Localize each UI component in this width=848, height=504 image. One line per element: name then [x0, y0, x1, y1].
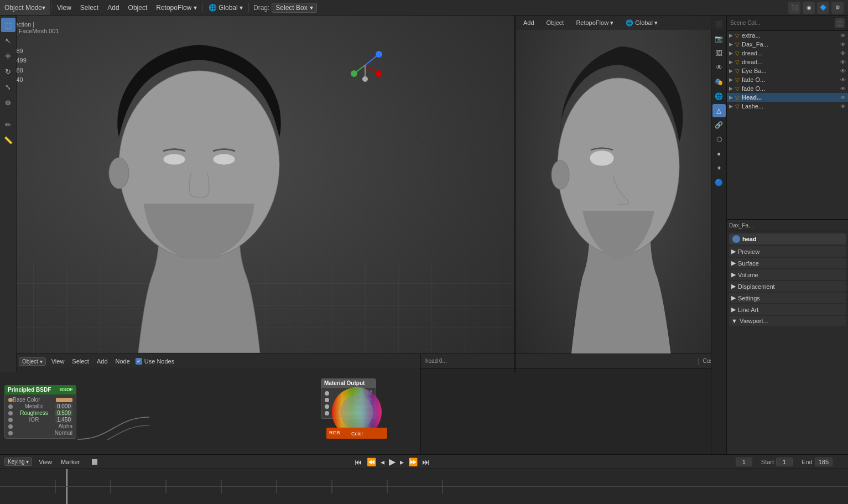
color-wheel-preview[interactable]: RGB Color — [326, 386, 387, 439]
prev-keyframe-btn[interactable]: ◂ — [379, 456, 386, 467]
tool-cursor[interactable]: ↖ — [1, 33, 15, 48]
menu-mode[interactable]: Object Mode ▾ — [0, 0, 50, 15]
viewport-icon-1[interactable]: ⬛ — [788, 2, 800, 14]
eye-icon-7[interactable]: 👁 — [840, 86, 846, 92]
eye-icon-9[interactable]: 👁 — [840, 103, 846, 110]
svg-point-3 — [213, 154, 235, 165]
timeline-body[interactable] — [0, 469, 848, 504]
rpr-sep: | — [698, 357, 699, 365]
displacement-section[interactable]: ▶ Displacement — [729, 281, 846, 292]
outliner-item-fade2[interactable]: ▶ ▽ fade O... 👁 — [727, 84, 848, 93]
principled-bsdf-node: Principled BSDF BSDF Base Color Metallic… — [4, 385, 76, 439]
ne-add[interactable]: Add — [95, 354, 110, 368]
viewport-icon-3[interactable]: 🔷 — [817, 2, 829, 14]
preview-section[interactable]: ▶ Preview — [729, 246, 846, 257]
settings-section[interactable]: ▶ Settings — [729, 293, 846, 303]
props-icon-world[interactable]: 🌐 — [712, 90, 726, 103]
eye-icon-2[interactable]: 👁 — [840, 41, 846, 48]
head-svg-right — [527, 34, 693, 355]
vpr-retopoflow[interactable]: RetopoFlow ▾ — [571, 15, 618, 30]
outliner-item-eyeba[interactable]: ▶ ▽ Eye Ba... 👁 — [727, 66, 848, 75]
use-nodes-checkbox[interactable]: ✓ — [136, 358, 142, 365]
props-icon-data[interactable]: ⬡ — [712, 133, 726, 146]
props-icon-scene2[interactable]: 🎭 — [712, 75, 726, 89]
surface-section[interactable]: ▶ Surface — [729, 258, 846, 268]
menu-view[interactable]: View — [53, 0, 76, 15]
outliner-item-fade1[interactable]: ▶ ▽ fade O... 👁 — [727, 75, 848, 84]
eye-icon-8[interactable]: 👁 — [840, 95, 846, 101]
volume-section[interactable]: ▶ Volume — [729, 269, 846, 280]
menu-retopoflow[interactable]: RetopoFlow ▾ — [152, 0, 201, 15]
timeline-marker[interactable]: Marker — [59, 455, 82, 469]
ne-view[interactable]: View — [49, 354, 67, 368]
goto-start-btn[interactable]: ⏮ — [353, 456, 363, 467]
expand-arrow: ▶ — [729, 33, 733, 38]
end-frame[interactable]: 185 — [815, 458, 833, 466]
props-icon-physics[interactable]: 🔵 — [712, 176, 726, 189]
timeline-controls: ⏮ ⏪ ◂ ▶ ▸ ⏩ ⏭ — [353, 455, 431, 468]
props-icon-constraint[interactable]: 🔗 — [712, 118, 726, 132]
eye-icon-3[interactable]: 👁 — [840, 50, 846, 56]
svg-text:Color: Color — [351, 431, 363, 437]
timeline-view[interactable]: View — [37, 455, 54, 469]
tool-scale[interactable]: ⤡ — [1, 80, 15, 94]
ne-select[interactable]: Select — [70, 354, 91, 368]
outliner-item-lashe[interactable]: ▶ ▽ Lashe... 👁 — [727, 102, 848, 111]
props-icon-view[interactable]: 👁 — [712, 61, 726, 74]
menu-object[interactable]: Object — [124, 0, 152, 15]
outliner-filter[interactable]: ⬚ — [835, 18, 845, 28]
play-btn[interactable]: ▶ — [388, 455, 397, 468]
props-icon-particle[interactable]: ✦ — [712, 162, 726, 175]
vpr-global[interactable]: 🌐 Global ▾ — [621, 15, 662, 30]
next-frame-btn[interactable]: ⏩ — [407, 456, 419, 467]
vpr-object[interactable]: Object — [542, 15, 569, 30]
drag-dropdown[interactable]: Select Box ▾ — [272, 3, 316, 13]
props-icon-render[interactable]: 📷 — [712, 32, 726, 45]
node-canvas[interactable]: Principled BSDF BSDF Base Color Metallic… — [0, 367, 420, 440]
current-frame[interactable]: 1 — [736, 458, 752, 466]
outliner-item-dread2[interactable]: ▶ ▽ dread... 👁 — [727, 58, 848, 66]
props-icon-material[interactable]: ● — [712, 147, 726, 160]
gizmo-overlay[interactable] — [343, 43, 387, 87]
right-props-region: head 0... | Custom — [420, 354, 726, 454]
outliner-item-daxfa[interactable]: ▶ ▽ Dax_Fa... 👁 — [727, 40, 848, 49]
eye-icon-5[interactable]: 👁 — [840, 68, 846, 74]
tool-annotate[interactable]: ✏ — [1, 117, 15, 132]
ne-node[interactable]: Node — [113, 354, 132, 368]
goto-end-btn[interactable]: ⏭ — [421, 456, 431, 467]
viewport-icon-4[interactable]: ⚙ — [831, 2, 844, 14]
outliner-item-dread1[interactable]: ▶ ▽ dread... 👁 — [727, 49, 848, 58]
vpr-add[interactable]: Add — [519, 15, 539, 30]
ne-object-btn[interactable]: Object ▾ — [19, 357, 46, 366]
tool-measure[interactable]: 📏 — [1, 133, 15, 147]
props-icon-output[interactable]: 🖼 — [712, 46, 726, 60]
menu-global[interactable]: 🌐 Global ▾ — [204, 0, 247, 15]
svg-point-12 — [362, 76, 368, 82]
tool-transform[interactable]: ⊕ — [1, 95, 15, 110]
timeline-playhead — [66, 469, 67, 504]
tool-select[interactable]: ⬚ — [1, 18, 15, 32]
next-keyframe-btn[interactable]: ▸ — [399, 456, 405, 467]
menu-select[interactable]: Select — [76, 0, 103, 15]
prev-frame-btn[interactable]: ⏪ — [366, 456, 377, 467]
eye-icon[interactable]: 👁 — [840, 33, 846, 39]
menu-add[interactable]: Add — [103, 0, 123, 15]
eye-icon-6[interactable]: 👁 — [840, 77, 846, 83]
start-frame[interactable]: 1 — [776, 458, 793, 466]
outliner-item-head[interactable]: ▶ ▽ Head... 👁 — [727, 93, 848, 102]
viewport-icon-2[interactable]: ◉ — [803, 2, 815, 14]
tool-move[interactable]: ✛ — [1, 49, 15, 63]
lineart-section[interactable]: ▶ Line Art — [729, 304, 846, 315]
tool-rotate[interactable]: ↻ — [1, 64, 15, 79]
node-editor: ⬚ Object ▾ View Select Add Node ✓ Use No… — [0, 354, 420, 454]
props-icon-object[interactable]: △ — [712, 104, 726, 117]
timeline-dot — [92, 459, 97, 465]
tri-icon: ▽ — [735, 33, 740, 39]
outliner-item-extra[interactable]: ▶ ▽ extra... 👁 — [727, 31, 848, 40]
viewport-section[interactable]: ▼ Viewport... — [729, 316, 846, 326]
viewport-right[interactable]: Add Object RetopoFlow ▾ 🌐 Global ▾ — [514, 15, 726, 372]
outliner-panel: Scene Col... ⬚ ▶ ▽ extra... 👁 ▶ ▽ Dax_Fa… — [727, 15, 848, 220]
eye-icon-4[interactable]: 👁 — [840, 59, 846, 65]
timeline-keying[interactable]: Keying ▾ — [4, 458, 32, 466]
svg-point-10 — [351, 70, 357, 77]
